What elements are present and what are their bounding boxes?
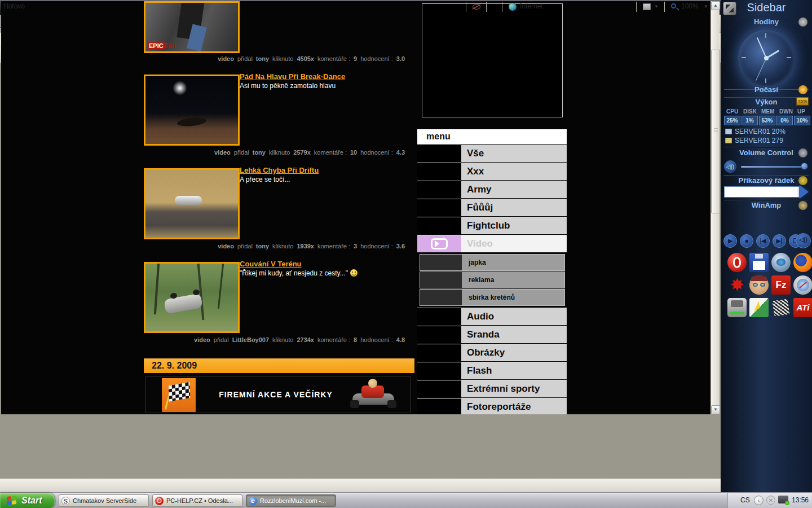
- video-link[interactable]: Couvání V Terénu: [240, 260, 302, 268]
- zoom-dropdown-icon[interactable]: ▼: [704, 4, 708, 9]
- volume-slider-thumb[interactable]: [801, 163, 808, 170]
- menu-item-sranda[interactable]: Sranda: [417, 326, 567, 343]
- privacy-icon[interactable]: [473, 4, 480, 10]
- video-meta: videopřidaltonykliknuto2579xkomentáře :1…: [144, 149, 405, 156]
- hide-icons-chevron[interactable]: ‹: [754, 496, 764, 505]
- filezilla-icon[interactable]: Fz: [771, 275, 791, 295]
- mesh-tool-icon[interactable]: [773, 299, 790, 317]
- video-thumbnail-drift[interactable]: [144, 168, 240, 239]
- perf-value-disk: 1%: [742, 116, 758, 125]
- disk-icon: [725, 138, 732, 143]
- second-hand: [756, 58, 767, 81]
- task-rozzlobenimuzi-active[interactable]: e RozzlobeniMuzi.com -...: [246, 494, 336, 507]
- tray-clock[interactable]: 13:56: [792, 496, 809, 504]
- browser-window: e RozzlobeniMuzi.com - video, porno a hn…: [0, 0, 721, 492]
- menu-subitem-sbirka-kretenu[interactable]: sbírka kreténů: [420, 289, 565, 306]
- perf-value-up: 10%: [794, 116, 810, 125]
- video-meta: videopřidaltonykliknuto1939xkomentáře :3…: [144, 243, 405, 249]
- system-tray: CS ‹ ✕ 13:56: [727, 493, 812, 508]
- task-pchelp[interactable]: O PC-HELP.CZ • Odesla...: [152, 494, 242, 507]
- date-banner: 22. 9. 2009: [144, 358, 414, 373]
- analog-clock: [738, 30, 795, 86]
- menu-item-audio[interactable]: Audio: [417, 308, 567, 325]
- opera-task-icon: O: [155, 497, 164, 505]
- minute-hand: [757, 37, 767, 58]
- menu-item-xxx[interactable]: Xxx: [417, 163, 567, 180]
- menu-item-extremni-sporty[interactable]: Extrémní sporty: [417, 380, 567, 397]
- perf-label-up: UP: [797, 108, 805, 115]
- floppy-save-icon[interactable]: [749, 253, 769, 272]
- windows-sidebar: Sidebar Hodiny Počasí Výkon 75% CPU DISK…: [721, 0, 812, 492]
- video-link[interactable]: Lehká Chyba Při Driftu: [240, 166, 319, 174]
- winamp-gadget-icon[interactable]: [798, 201, 807, 210]
- winamp-volume-icon[interactable]: ◁)): [796, 233, 811, 248]
- menu-item-obrazky[interactable]: Obrázky: [417, 344, 567, 361]
- ad-banner[interactable]: FIREMNÍ AKCE A VEČÍRKY: [145, 376, 411, 413]
- perf-label-disk: DISK: [743, 108, 757, 115]
- irfanview-icon[interactable]: ✸: [727, 275, 747, 295]
- winamp-next-icon[interactable]: ▶|: [773, 234, 786, 248]
- scroll-down-icon[interactable]: ▼: [711, 405, 720, 414]
- video-thumbnail-breakdance[interactable]: [144, 75, 240, 146]
- start-button[interactable]: Start: [0, 493, 55, 508]
- video-thumbnail-escalator[interactable]: EPICFAIL: [144, 1, 240, 53]
- blue-app-icon[interactable]: [771, 253, 791, 272]
- speaker-icon[interactable]: ◁)): [724, 160, 736, 173]
- windows-flag-icon: [7, 496, 17, 506]
- computer-icon: [725, 129, 732, 134]
- webpage: EPICFAIL videopřidaltonykliknuto4505xkom…: [1, 1, 710, 414]
- task-chmatakov[interactable]: S Chmatakov ServerSide: [59, 494, 149, 507]
- status-text: Hotovo: [3, 2, 25, 10]
- tray-plugin-icon[interactable]: ✕: [766, 496, 775, 505]
- sidebar-title: Sidebar: [721, 1, 812, 14]
- volume-slider-track[interactable]: [741, 166, 805, 168]
- opera-icon[interactable]: [727, 253, 747, 272]
- winamp-play-icon[interactable]: ▶: [723, 234, 737, 248]
- scrollbar-thumb[interactable]: [711, 50, 720, 213]
- cmd-gadget-icon[interactable]: [798, 176, 807, 185]
- video-meta: videopřidaltonykliknuto4505xkomentáře :9…: [144, 55, 405, 62]
- sun-icon[interactable]: [798, 85, 807, 94]
- menu-item-fightclub[interactable]: Fightclub: [417, 217, 567, 234]
- video-link[interactable]: Pád Na Hlavu Při Break-Dance: [240, 72, 345, 81]
- video-thumbnail-terrain[interactable]: [144, 262, 240, 333]
- scroll-up-icon[interactable]: ▲: [711, 1, 720, 10]
- menu-item-flash[interactable]: Flash: [417, 362, 567, 379]
- command-run-icon[interactable]: [800, 185, 809, 199]
- browser-viewport: EPICFAIL videopřidaltonykliknuto4505xkom…: [0, 63, 721, 479]
- video-description: A přece se točí...: [240, 176, 290, 183]
- menu-item-fotoreportaze[interactable]: Fotoreportáže: [417, 398, 567, 414]
- ie-task-icon: e: [249, 497, 257, 505]
- clock-settings-icon[interactable]: [798, 17, 807, 27]
- face-icon[interactable]: [749, 275, 769, 295]
- perf-value-dwn: 0%: [776, 116, 793, 125]
- video-description: Asi mu to pěkně zamotalo hlavu: [240, 82, 336, 90]
- notes-icon[interactable]: [749, 298, 769, 317]
- ati-icon[interactable]: ATi: [793, 298, 812, 317]
- language-indicator[interactable]: CS: [740, 496, 750, 504]
- winamp-stop-icon[interactable]: ■: [740, 234, 753, 248]
- protected-mode-icon[interactable]: [643, 3, 651, 10]
- winamp-prev-icon[interactable]: |◀: [756, 234, 770, 248]
- menu-subitem-reklama[interactable]: reklama: [420, 271, 565, 288]
- server-disk-row: SERVER01 279: [725, 137, 783, 144]
- command-line-input[interactable]: [724, 186, 800, 198]
- tray-device-icon[interactable]: [778, 496, 788, 503]
- menu-subitem-japka[interactable]: japka: [420, 254, 565, 271]
- taskbar: Start S Chmatakov ServerSide O PC-HELP.C…: [0, 492, 812, 508]
- menu-item-fuuuj[interactable]: Fůůůj: [417, 199, 567, 216]
- protected-mode-dropdown-icon[interactable]: ▼: [654, 4, 659, 9]
- menu-item-army[interactable]: Army: [417, 181, 567, 198]
- menu-item-video-active[interactable]: Video: [417, 235, 567, 252]
- gokart-image: [342, 379, 404, 411]
- firefox-icon[interactable]: [793, 253, 812, 272]
- epic-fail-watermark: EPICFAIL: [148, 42, 178, 49]
- harddrive-icon[interactable]: [727, 298, 747, 317]
- zoom-level[interactable]: 100%: [681, 2, 699, 10]
- performance-badge-icon[interactable]: 75%: [796, 97, 809, 106]
- menu-item-vse[interactable]: Vše: [417, 144, 567, 162]
- page-scrollbar[interactable]: ▲ ▼: [710, 1, 720, 414]
- safari-icon[interactable]: [793, 275, 812, 295]
- volume-settings-icon[interactable]: [798, 148, 807, 157]
- smiley-icon: [350, 269, 358, 277]
